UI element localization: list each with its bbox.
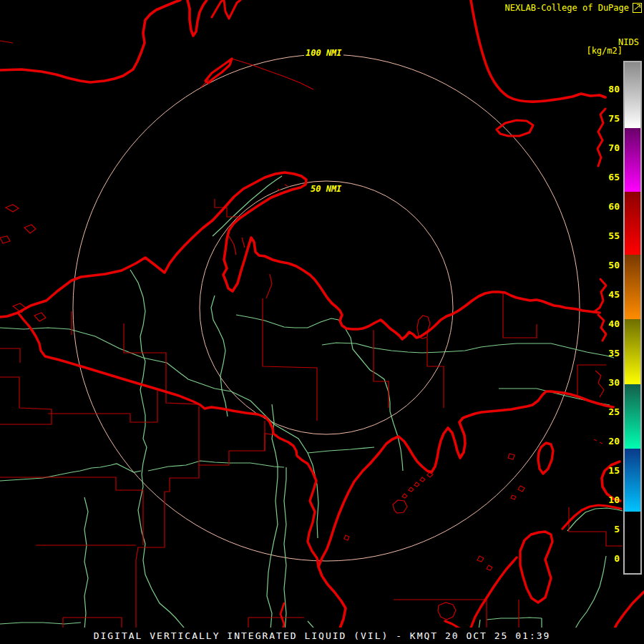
- color-scale-tick-45: 45: [608, 289, 620, 300]
- range-ring-label-100nmi: 100 NMI: [304, 49, 343, 58]
- color-scale-tick-70: 70: [608, 142, 620, 153]
- color-scale-tick-10: 10: [608, 494, 620, 505]
- color-scale-tick-15: 15: [608, 465, 620, 476]
- color-scale-tick-30: 30: [608, 377, 620, 388]
- range-ring-100nmi: [73, 54, 580, 561]
- lake-superior-northeast-shore: [471, 0, 605, 102]
- color-scale-tick-55: 55: [608, 230, 620, 241]
- shoreline-layer: [0, 0, 644, 644]
- color-scale-tick-50: 50: [608, 260, 620, 270]
- lake-superior-north-shore: [0, 0, 180, 82]
- shoreline-detail-layer: [0, 41, 604, 620]
- color-scale-tick-80: 80: [608, 84, 620, 94]
- radar-map: [0, 0, 644, 644]
- color-scale-tick-65: 65: [608, 172, 620, 182]
- color-scale-segment-orange: [625, 255, 640, 319]
- status-bar: DIGITAL VERTICALLY INTEGRATED LIQUID (VI…: [0, 628, 644, 644]
- lake-superior-south-shore: [0, 172, 600, 339]
- color-scale-segment-green: [625, 384, 640, 449]
- color-scale-tick-60: 60: [608, 201, 620, 212]
- color-scale-tick-5: 5: [614, 524, 620, 535]
- vil-color-scale: [623, 61, 642, 575]
- color-scale-segment-red: [625, 192, 640, 255]
- color-scale-segment-purple: [625, 128, 640, 192]
- color-scale-segment-gray: [625, 62, 640, 128]
- color-scale-tick-75: 75: [608, 113, 620, 124]
- county-lines-layer: [0, 199, 623, 644]
- broken-image-icon: [633, 3, 642, 13]
- river-lines-layer: [0, 176, 623, 644]
- michipicoten-island: [497, 120, 533, 136]
- color-scale-segment-black: [625, 512, 640, 572]
- product-status-text: DIGITAL VERTICALLY INTEGRATED LIQUID (VI…: [94, 630, 551, 641]
- radar-display: 100 NMI 50 NMI NEXLAB-College of DuPage …: [0, 0, 644, 644]
- color-scale-segment-blue: [625, 449, 640, 512]
- color-scale-segment-yellow: [625, 319, 640, 384]
- color-scale-tick-35: 35: [608, 348, 620, 358]
- brand-row: NEXLAB-College of DuPage: [505, 3, 642, 13]
- state-border-wi-mi: [18, 313, 318, 567]
- range-ring-label-50nmi: 50 NMI: [309, 185, 343, 194]
- color-scale-tick-40: 40: [608, 318, 620, 329]
- units-label: [kg/m2]: [586, 46, 623, 56]
- island-outline: [205, 59, 232, 83]
- brand-title: NEXLAB-College of DuPage: [505, 3, 629, 13]
- color-scale-tick-0: 0: [614, 553, 620, 564]
- color-scale-tick-20: 20: [608, 436, 620, 447]
- color-scale-tick-25: 25: [608, 406, 620, 417]
- range-rings: [73, 54, 580, 561]
